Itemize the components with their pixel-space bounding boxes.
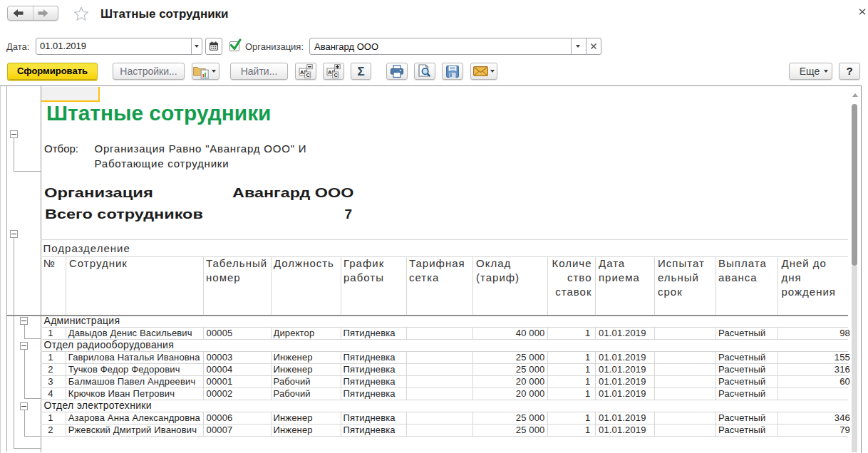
svg-text:С: С [306, 72, 310, 78]
svg-text:С: С [334, 72, 338, 78]
